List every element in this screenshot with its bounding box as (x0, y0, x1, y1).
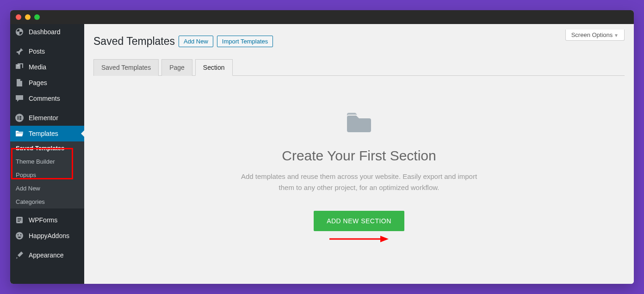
sidebar-item-appearance[interactable]: Appearance (10, 247, 84, 263)
template-tabs: Saved Templates Page Section (93, 59, 625, 76)
brush-icon (15, 251, 24, 260)
sidebar-item-templates[interactable]: Templates (10, 126, 84, 141)
svg-rect-4 (19, 117, 21, 118)
submenu-item-theme-builder[interactable]: Theme Builder (10, 155, 84, 168)
app-window: Dashboard Posts Media Pages (10, 10, 634, 284)
admin-sidebar: Dashboard Posts Media Pages (10, 24, 84, 284)
svg-rect-9 (18, 221, 20, 222)
sidebar-item-dashboard[interactable]: Dashboard (10, 24, 84, 40)
svg-rect-3 (19, 116, 21, 117)
tab-section[interactable]: Section (195, 59, 233, 76)
page-heading-row: Saved Templates Add New Import Templates (93, 35, 625, 48)
sidebar-item-posts[interactable]: Posts (10, 43, 84, 59)
sidebar-label: WPForms (29, 216, 57, 224)
submenu-item-add-new[interactable]: Add New (10, 182, 84, 195)
svg-rect-8 (18, 220, 21, 220)
sidebar-label: Posts (29, 48, 45, 55)
svg-rect-7 (18, 218, 21, 219)
elementor-icon (15, 113, 24, 122)
screen-options-toggle[interactable]: Screen Options (565, 30, 625, 41)
sidebar-item-pages[interactable]: Pages (10, 75, 84, 91)
window-close-icon[interactable] (16, 14, 21, 20)
annotation-arrow (329, 234, 390, 244)
sidebar-label: Templates (29, 130, 58, 137)
add-new-section-button[interactable]: ADD NEW SECTION (314, 211, 404, 231)
tab-saved-templates[interactable]: Saved Templates (93, 59, 159, 76)
sidebar-item-elementor[interactable]: Elementor (10, 110, 84, 126)
folder-open-icon (15, 129, 24, 138)
svg-point-10 (16, 232, 23, 239)
page-icon (15, 78, 24, 87)
sidebar-label: Appearance (29, 251, 64, 259)
empty-state-description: Add templates and reuse them across your… (234, 171, 484, 193)
pin-icon (15, 47, 24, 56)
svg-point-11 (18, 234, 19, 235)
svg-rect-2 (18, 116, 19, 120)
sidebar-label: Dashboard (29, 28, 61, 36)
import-templates-button[interactable]: Import Templates (217, 36, 273, 47)
main-content: Screen Options Saved Templates Add New I… (84, 24, 634, 284)
dashboard-icon (15, 27, 24, 37)
sidebar-item-happyaddons[interactable]: HappyAddons (10, 228, 84, 244)
window-minimize-icon[interactable] (25, 14, 31, 20)
sidebar-item-comments[interactable]: Comments (10, 91, 84, 106)
window-titlebar (10, 10, 634, 24)
submenu-item-popups[interactable]: Popups (10, 168, 84, 182)
form-icon (15, 215, 24, 225)
svg-point-0 (18, 65, 19, 67)
folder-icon (347, 113, 371, 132)
sidebar-label: Elementor (29, 114, 58, 122)
page-title: Saved Templates (93, 35, 175, 48)
empty-state: Create Your First Section Add templates … (93, 113, 625, 231)
svg-marker-14 (380, 236, 389, 242)
sidebar-item-wpforms[interactable]: WPForms (10, 212, 84, 228)
app-body: Dashboard Posts Media Pages (10, 24, 634, 284)
sidebar-label: Comments (29, 95, 60, 102)
sidebar-label: HappyAddons (29, 232, 69, 239)
submenu-item-saved-templates[interactable]: Saved Templates (10, 141, 84, 155)
sidebar-label: Pages (29, 79, 47, 86)
empty-state-title: Create Your First Section (93, 148, 625, 164)
sidebar-submenu-templates: Saved Templates Theme Builder Popups Add… (10, 141, 84, 208)
happy-icon (15, 231, 24, 240)
svg-point-12 (20, 234, 21, 235)
svg-rect-5 (19, 119, 21, 120)
media-icon (15, 62, 24, 72)
comment-icon (15, 94, 24, 103)
sidebar-label: Media (29, 63, 46, 71)
tab-page[interactable]: Page (161, 59, 192, 76)
sidebar-item-media[interactable]: Media (10, 59, 84, 75)
submenu-item-categories[interactable]: Categories (10, 195, 84, 208)
window-maximize-icon[interactable] (34, 14, 40, 20)
add-new-button[interactable]: Add New (179, 36, 213, 47)
